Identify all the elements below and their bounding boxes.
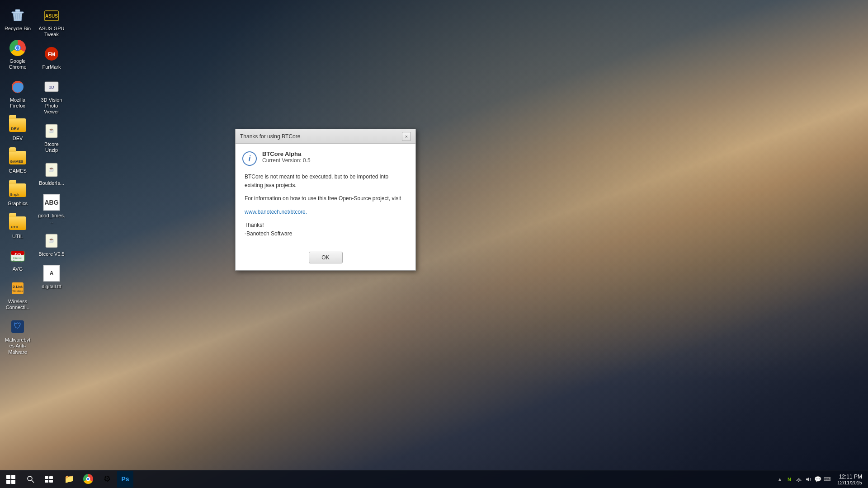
svg-text:Internet: Internet (13, 257, 23, 259)
dialog-window: Thanks for using BTCore × i BTCore Alpha… (235, 129, 416, 271)
dialog-titlebar: Thanks for using BTCore × (236, 129, 415, 144)
svg-text:☕: ☕ (48, 166, 55, 172)
desktop-icon-graphics[interactable]: Graph Graphics (2, 179, 33, 208)
desktop-icon-label: ASUS GPU Tweak (38, 26, 65, 38)
task-view-button[interactable] (40, 470, 58, 488)
systray-notification-icon[interactable]: 💬 (814, 475, 822, 483)
desktop-icon-label: Mozilla Firefox (4, 97, 31, 109)
desktop-background (0, 0, 868, 488)
desktop-icon-label: good_times... (38, 213, 65, 225)
systray-audio-icon[interactable] (804, 475, 812, 483)
taskbar-app-photoshop[interactable]: Ps (117, 471, 133, 488)
desktop-icon-dev[interactable]: DEV DEV (2, 114, 33, 143)
desktop-icon-label: Malwarebytes Anti-Malware (4, 337, 31, 355)
svg-text:Security: Security (13, 260, 23, 263)
svg-rect-31 (49, 476, 53, 479)
clock-date: 12/11/2015 (837, 480, 862, 485)
dialog-app-info: BTCore Alpha Current Version: 0.5 (262, 150, 311, 164)
dialog-body-line2: For information on how to use this free … (245, 194, 406, 203)
dialog-content: i BTCore Alpha Current Version: 0.5 BTCo… (236, 144, 415, 247)
dialog-title: Thanks for using BTCore (240, 133, 300, 140)
dialog-body-line1: BTCore is not meant to be executed, but … (245, 173, 406, 190)
svg-text:Wireless: Wireless (12, 290, 23, 292)
svg-rect-11 (12, 282, 24, 294)
desktop-icon-asus[interactable]: ASUS ASUS GPU Tweak (36, 5, 67, 39)
desktop-icon-btcore-v05[interactable]: ☕ Btcore V0.5 (36, 230, 67, 259)
svg-text:🛡: 🛡 (14, 321, 22, 330)
desktop-icon-label: Btcore Unzip (38, 141, 65, 153)
taskbar-app-chrome[interactable] (79, 470, 97, 488)
dialog-info-icon: i (242, 151, 257, 166)
svg-text:D-Link: D-Link (13, 285, 23, 288)
desktop-icon-area: Recycle Bin Google Chrome (2, 5, 68, 357)
dialog-app-version: Current Version: 0.5 (262, 157, 311, 164)
dialog-close-button[interactable]: × (402, 132, 411, 141)
desktop-icon-label: AVG (13, 266, 23, 272)
desktop-icon-recycle-bin[interactable]: Recycle Bin (2, 5, 33, 33)
taskbar-clock[interactable]: 12:11 PM 12/11/2015 (834, 474, 866, 485)
svg-point-28 (28, 476, 32, 481)
clock-time: 12:11 PM (839, 474, 862, 480)
desktop-icon-label: Graphics (8, 201, 28, 206)
desktop-icon-label: Wireless Connecti... (4, 299, 31, 310)
taskbar-app-settings[interactable]: ⚙ (98, 470, 116, 488)
desktop-icon-dlink[interactable]: D-Link Wireless Wireless Connecti... (2, 277, 33, 312)
windows-logo-icon (6, 475, 15, 484)
systray-nvidia-icon[interactable]: N (785, 475, 793, 483)
taskbar-pinned-apps: 📁 ⚙ Ps (60, 470, 133, 488)
taskbar: 📁 ⚙ Ps ▲ N (0, 470, 868, 488)
desktop-icon-games[interactable]: GAMES GAMES (2, 147, 33, 176)
desktop: Recycle Bin Google Chrome (0, 0, 868, 488)
svg-text:AVG: AVG (14, 253, 21, 256)
desktop-icon-malwarebytes[interactable]: 🛡 Malwarebytes Anti-Malware (2, 316, 33, 357)
svg-text:3D: 3D (49, 85, 54, 89)
taskbar-right-area: ▲ N 💬 ⌨ (776, 474, 868, 485)
svg-rect-32 (45, 480, 48, 483)
desktop-icon-firefox[interactable]: Mozilla Firefox (2, 76, 33, 111)
dialog-footer: OK (236, 247, 415, 270)
desktop-icon-btcore-unzip[interactable]: ☕ Btcore Unzip (36, 120, 67, 155)
desktop-icon-label: BoulderIs... (39, 180, 64, 186)
desktop-icon-avg[interactable]: AVG Internet Security AVG (2, 245, 33, 274)
desktop-icon-good-times[interactable]: ABG good_times... (36, 192, 67, 226)
systray-keyboard-icon[interactable]: ⌨ (823, 475, 831, 483)
svg-line-29 (32, 480, 34, 483)
start-button[interactable] (0, 470, 22, 488)
task-view-icon (45, 476, 53, 483)
taskbar-app-file-explorer[interactable]: 📁 (60, 470, 78, 488)
dialog-body: BTCore is not meant to be executed, but … (242, 173, 409, 238)
dialog-header: i BTCore Alpha Current Version: 0.5 (242, 150, 409, 166)
desktop-icon-label: DEV (13, 136, 23, 141)
system-tray: ▲ N 💬 ⌨ (776, 475, 831, 483)
systray-expand-icon[interactable]: ▲ (776, 475, 784, 483)
desktop-icon-label: 3D Vision Photo Viewer (38, 97, 65, 115)
desktop-icon-label: Google Chrome (4, 58, 31, 70)
desktop-icon-3dvision[interactable]: 3D 3D Vision Photo Viewer (36, 76, 67, 117)
desktop-icon-label: GAMES (9, 168, 27, 174)
desktop-icon-label: Btcore V0.5 (38, 251, 64, 257)
svg-point-34 (798, 481, 799, 482)
systray-network-icon[interactable] (795, 475, 803, 483)
desktop-icon-util[interactable]: UTIL UTIL (2, 212, 33, 241)
desktop-icon-boulderis[interactable]: ☕ BoulderIs... (36, 159, 67, 188)
dialog-app-name: BTCore Alpha (262, 150, 311, 157)
dialog-link[interactable]: www.banotech.net/btcore. (245, 209, 307, 215)
dialog-body-link: www.banotech.net/btcore. (245, 208, 406, 216)
svg-text:☕: ☕ (48, 237, 55, 243)
svg-text:☕: ☕ (48, 127, 55, 133)
desktop-icon-digitall-ttf[interactable]: A digitall.ttf (36, 263, 67, 291)
dialog-body-thanks: Thanks! -Banotech Software (245, 221, 406, 238)
desktop-icon-chrome[interactable]: Google Chrome (2, 37, 33, 72)
desktop-icon-label: UTIL (12, 234, 23, 239)
desktop-icon-furmark[interactable]: FM FurMark (36, 43, 67, 72)
svg-rect-1 (15, 9, 20, 12)
svg-text:ASUS: ASUS (45, 14, 58, 19)
svg-rect-30 (45, 476, 48, 479)
dialog-ok-button[interactable]: OK (309, 252, 343, 263)
svg-text:FM: FM (48, 52, 55, 57)
desktop-icon-label: Recycle Bin (5, 26, 31, 32)
search-button[interactable] (22, 470, 40, 488)
desktop-icon-label: FurMark (42, 64, 61, 70)
svg-rect-33 (49, 480, 53, 483)
search-icon (27, 476, 34, 483)
